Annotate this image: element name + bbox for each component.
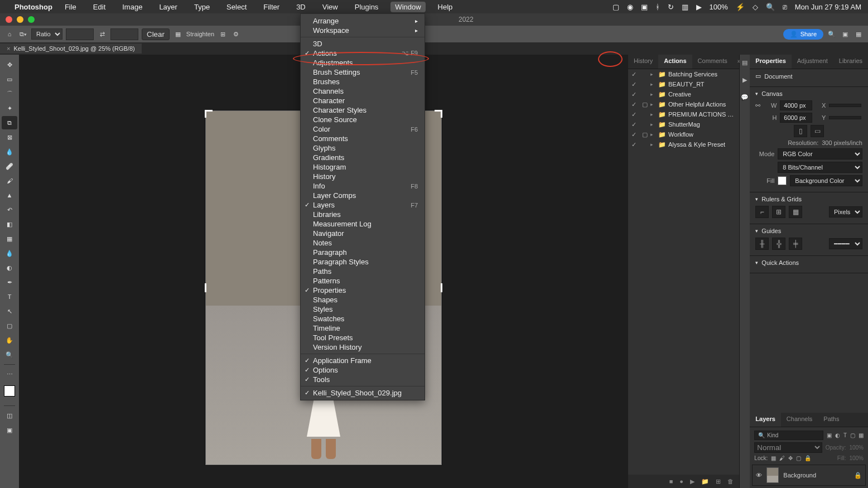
document-tab[interactable]: × Kelli_Styled_Shoot_029.jpg @ 25% (RGB/… — [0, 44, 142, 54]
filter-text-icon[interactable]: T — [843, 432, 847, 438]
grid-icon[interactable]: ⊞ — [772, 206, 785, 218]
crop-tool[interactable]: ⧉ — [2, 116, 17, 129]
dd-item[interactable]: Paragraph — [301, 248, 425, 257]
crop-tool-icon[interactable]: ⧉▾ — [18, 29, 28, 39]
dock-comment-icon[interactable]: 💬 — [741, 94, 749, 101]
play-icon[interactable]: ▶ — [696, 3, 702, 11]
dd-item[interactable]: Comments — [301, 134, 425, 143]
shape-tool[interactable]: ▢ — [2, 319, 17, 332]
bridge-icon[interactable]: ▣ — [641, 3, 648, 11]
menu-select[interactable]: Select — [222, 2, 251, 12]
menu-image[interactable]: Image — [118, 2, 147, 12]
properties-tab[interactable]: Properties — [750, 55, 791, 69]
action-set-row[interactable]: ✓▸📁Alyssa & Kyle Preset — [628, 139, 739, 149]
move-tool[interactable]: ✥ — [2, 58, 17, 71]
frame-tool[interactable]: ⊠ — [2, 131, 17, 144]
dd-item[interactable]: Brushes — [301, 77, 425, 86]
crop-preset-select[interactable]: Ratio — [31, 28, 62, 40]
brush-tool[interactable]: 🖌 — [2, 174, 17, 187]
quickmask-tool[interactable]: ◫ — [2, 409, 17, 422]
action-set-row[interactable]: ✓▢▸📁Workflow — [628, 129, 739, 139]
eraser-tool[interactable]: ◧ — [2, 218, 17, 231]
actions-tab[interactable]: Actions — [658, 55, 692, 69]
menu-view[interactable]: View — [318, 2, 343, 12]
blur-tool[interactable]: 💧 — [2, 247, 17, 260]
dd-item[interactable]: History — [301, 172, 425, 181]
maximize-window-button[interactable] — [28, 16, 35, 23]
dd-item[interactable]: 3D — [301, 39, 425, 49]
lock-trans-icon[interactable]: ▦ — [771, 455, 776, 461]
dd-item[interactable]: LayersF7 — [301, 200, 425, 210]
dd-item[interactable]: Navigator — [301, 229, 425, 238]
screenmode-tool[interactable]: ▣ — [2, 423, 17, 437]
filter-image-icon[interactable]: ▣ — [827, 432, 832, 438]
dd-arrange[interactable]: Arrange — [301, 16, 425, 26]
close-tab-icon[interactable]: × — [7, 45, 10, 52]
action-set-row[interactable]: ✓▸📁Batching Services — [628, 69, 739, 79]
dd-item[interactable]: Patterns — [301, 276, 425, 286]
guides-section-header[interactable]: ▾Guides — [755, 228, 862, 234]
dd-item[interactable]: Actions⌥ F9 — [301, 49, 425, 58]
filter-shape-icon[interactable]: ▢ — [850, 432, 855, 438]
trash-icon[interactable]: 🗑 — [727, 478, 734, 485]
dodge-tool[interactable]: ◐ — [2, 261, 17, 274]
dd-item[interactable]: InfoF8 — [301, 181, 425, 191]
dd-item[interactable]: Histogram — [301, 162, 425, 172]
play-action-icon[interactable]: ▶ — [690, 478, 695, 485]
action-set-row[interactable]: ✓▸📁ShutterMag — [628, 119, 739, 129]
home-icon[interactable]: ⌂ — [4, 29, 15, 39]
dd-item[interactable]: Glyphs — [301, 143, 425, 153]
arrange-docs-icon[interactable]: ▦ — [853, 29, 864, 39]
dd-item[interactable]: Kelli_Styled_Shoot_029.jpg — [301, 388, 425, 398]
minimize-window-button[interactable] — [17, 16, 23, 23]
layer-thumbnail[interactable] — [766, 467, 779, 483]
dd-item[interactable]: Styles — [301, 305, 425, 314]
control-center-icon[interactable]: ⎚ — [783, 3, 787, 11]
lock-all-icon[interactable]: 🔒 — [804, 455, 811, 461]
crop-height-input[interactable] — [110, 28, 138, 40]
hand-tool[interactable]: ✋ — [2, 334, 17, 347]
dd-item[interactable]: Swatches — [301, 314, 425, 323]
crop-width-input[interactable] — [66, 28, 94, 40]
dd-item[interactable]: Paths — [301, 267, 425, 276]
gradient-tool[interactable]: ▦ — [2, 232, 17, 245]
dd-item[interactable]: Character Styles — [301, 105, 425, 115]
pen-tool[interactable]: ✒ — [2, 276, 17, 289]
comments-tab[interactable]: Comments — [692, 55, 733, 69]
dd-item[interactable]: ColorF6 — [301, 124, 425, 134]
dock-play-icon[interactable]: ▶ — [742, 76, 747, 84]
link-icon[interactable]: ⚯ — [755, 102, 763, 109]
orientation-portrait-icon[interactable]: ▯ — [794, 125, 807, 137]
new-set-icon[interactable]: 📁 — [701, 478, 709, 485]
zoom-tool[interactable]: 🔍 — [2, 348, 17, 361]
filter-smart-icon[interactable]: ▦ — [859, 432, 864, 438]
dd-item[interactable]: Application Frame — [301, 356, 425, 365]
dd-item[interactable]: Shapes — [301, 295, 425, 305]
straighten-tool-icon[interactable]: ▦ — [173, 29, 183, 39]
canvas-y[interactable] — [829, 116, 861, 119]
canvas-height[interactable]: 6000 px — [780, 113, 812, 123]
record-icon[interactable]: ● — [679, 478, 683, 485]
menu-window[interactable]: Window — [390, 2, 425, 12]
dd-item[interactable]: Libraries — [301, 210, 425, 219]
layer-background[interactable]: 👁 Background 🔒 — [752, 465, 866, 486]
eyedropper-tool[interactable]: 💧 — [2, 145, 17, 158]
dd-item[interactable]: Tool Presets — [301, 333, 425, 342]
rulers-section-header[interactable]: ▾Rulers & Grids — [755, 196, 862, 202]
action-set-row[interactable]: ✓▸📁BEAUTY_RT — [628, 79, 739, 89]
guide-icon-3[interactable]: ╪ — [789, 238, 802, 250]
dd-item[interactable]: Tools — [301, 375, 425, 384]
history-brush-tool[interactable]: ↶ — [2, 203, 17, 216]
dd-item[interactable]: Gradients — [301, 153, 425, 162]
canvas-width[interactable]: 4000 px — [780, 100, 812, 110]
filter-adj-icon[interactable]: ◐ — [835, 432, 840, 438]
menu-type[interactable]: Type — [190, 2, 214, 12]
guide-style-select[interactable]: ━━━━ — [829, 238, 862, 249]
dd-item[interactable]: Properties — [301, 286, 425, 295]
dd-item[interactable]: Channels — [301, 86, 425, 96]
color-mode-select[interactable]: RGB Color — [778, 148, 862, 160]
menu-edit[interactable]: Edit — [89, 2, 110, 12]
new-action-icon[interactable]: ⊞ — [716, 478, 721, 485]
bluetooth-icon[interactable]: ᚼ — [655, 3, 660, 11]
dd-item[interactable]: Adjustments — [301, 58, 425, 67]
